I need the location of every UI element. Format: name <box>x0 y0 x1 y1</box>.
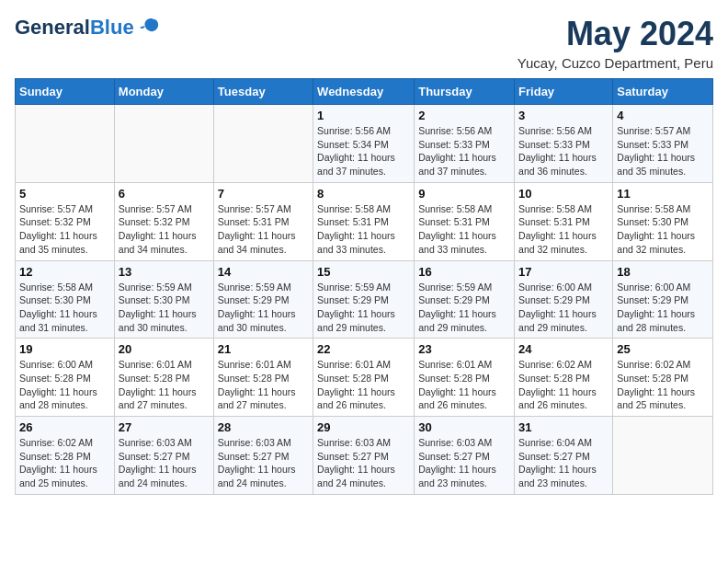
day-details: Sunrise: 5:58 AM Sunset: 5:31 PM Dayligh… <box>317 202 410 257</box>
day-number: 7 <box>218 187 309 201</box>
day-details: Sunrise: 5:57 AM Sunset: 5:31 PM Dayligh… <box>218 202 309 257</box>
day-details: Sunrise: 5:59 AM Sunset: 5:30 PM Dayligh… <box>119 281 210 335</box>
calendar-cell <box>16 105 115 183</box>
day-number: 1 <box>317 109 410 122</box>
page-header: GeneralBlue May 2024 Yucay, Cuzco Depart… <box>15 15 713 71</box>
calendar-header-row: SundayMondayTuesdayWednesdayThursdayFrid… <box>16 79 713 105</box>
calendar-cell: 11 Sunrise: 5:58 AM Sunset: 5:30 PM Dayl… <box>613 182 713 260</box>
header-saturday: Saturday <box>613 79 713 105</box>
day-details: Sunrise: 5:57 AM Sunset: 5:33 PM Dayligh… <box>617 124 709 178</box>
calendar-cell: 9 Sunrise: 5:58 AM Sunset: 5:31 PM Dayli… <box>415 182 515 260</box>
calendar-cell: 23 Sunrise: 6:01 AM Sunset: 5:28 PM Dayl… <box>415 339 515 417</box>
logo: GeneralBlue <box>15 15 164 40</box>
calendar-cell: 24 Sunrise: 6:02 AM Sunset: 5:28 PM Dayl… <box>515 339 613 417</box>
day-details: Sunrise: 5:58 AM Sunset: 5:31 PM Dayligh… <box>418 202 510 257</box>
calendar-cell: 7 Sunrise: 5:57 AM Sunset: 5:31 PM Dayli… <box>213 182 313 260</box>
calendar-cell: 1 Sunrise: 5:56 AM Sunset: 5:34 PM Dayli… <box>313 105 415 183</box>
calendar-cell <box>613 417 713 495</box>
calendar-cell: 28 Sunrise: 6:03 AM Sunset: 5:27 PM Dayl… <box>213 417 313 495</box>
day-details: Sunrise: 5:59 AM Sunset: 5:29 PM Dayligh… <box>218 281 309 335</box>
location-subtitle: Yucay, Cuzco Department, Peru <box>518 55 713 71</box>
calendar-cell: 15 Sunrise: 5:59 AM Sunset: 5:29 PM Dayl… <box>313 260 415 339</box>
week-row-1: 1 Sunrise: 5:56 AM Sunset: 5:34 PM Dayli… <box>16 105 713 183</box>
day-number: 26 <box>19 420 110 434</box>
month-title: May 2024 <box>518 15 713 53</box>
week-row-5: 26 Sunrise: 6:02 AM Sunset: 5:28 PM Dayl… <box>16 417 713 495</box>
calendar-cell: 27 Sunrise: 6:03 AM Sunset: 5:27 PM Dayl… <box>114 417 213 495</box>
day-details: Sunrise: 6:03 AM Sunset: 5:27 PM Dayligh… <box>418 436 510 490</box>
title-block: May 2024 Yucay, Cuzco Department, Peru <box>518 15 713 71</box>
calendar-cell: 18 Sunrise: 6:00 AM Sunset: 5:29 PM Dayl… <box>613 260 713 339</box>
calendar-cell: 13 Sunrise: 5:59 AM Sunset: 5:30 PM Dayl… <box>114 260 213 339</box>
day-details: Sunrise: 6:01 AM Sunset: 5:28 PM Dayligh… <box>418 358 510 412</box>
day-details: Sunrise: 6:00 AM Sunset: 5:29 PM Dayligh… <box>518 281 609 335</box>
day-number: 19 <box>19 342 110 356</box>
calendar-cell: 3 Sunrise: 5:56 AM Sunset: 5:33 PM Dayli… <box>515 105 613 183</box>
day-details: Sunrise: 5:58 AM Sunset: 5:30 PM Dayligh… <box>617 202 709 257</box>
day-details: Sunrise: 6:02 AM Sunset: 5:28 PM Dayligh… <box>617 358 709 412</box>
calendar-cell: 29 Sunrise: 6:03 AM Sunset: 5:27 PM Dayl… <box>313 417 415 495</box>
day-number: 15 <box>317 265 410 279</box>
header-monday: Monday <box>114 79 213 105</box>
day-number: 21 <box>218 342 309 356</box>
day-details: Sunrise: 6:01 AM Sunset: 5:28 PM Dayligh… <box>317 358 410 412</box>
day-number: 4 <box>617 109 709 122</box>
calendar-cell: 6 Sunrise: 5:57 AM Sunset: 5:32 PM Dayli… <box>114 182 213 260</box>
day-number: 8 <box>317 187 410 201</box>
calendar-cell: 12 Sunrise: 5:58 AM Sunset: 5:30 PM Dayl… <box>16 260 115 339</box>
day-number: 30 <box>418 420 510 434</box>
calendar-cell: 20 Sunrise: 6:01 AM Sunset: 5:28 PM Dayl… <box>114 339 213 417</box>
header-tuesday: Tuesday <box>213 79 313 105</box>
calendar-cell: 8 Sunrise: 5:58 AM Sunset: 5:31 PM Dayli… <box>313 182 415 260</box>
calendar-cell <box>213 105 313 183</box>
week-row-3: 12 Sunrise: 5:58 AM Sunset: 5:30 PM Dayl… <box>16 260 713 339</box>
calendar-cell: 30 Sunrise: 6:03 AM Sunset: 5:27 PM Dayl… <box>415 417 515 495</box>
day-details: Sunrise: 5:58 AM Sunset: 5:31 PM Dayligh… <box>518 202 609 257</box>
calendar-cell: 19 Sunrise: 6:00 AM Sunset: 5:28 PM Dayl… <box>16 339 115 417</box>
logo-blue: Blue <box>90 16 134 39</box>
header-wednesday: Wednesday <box>313 79 415 105</box>
logo-general: General <box>15 16 90 39</box>
day-number: 27 <box>119 420 210 434</box>
calendar-cell: 14 Sunrise: 5:59 AM Sunset: 5:29 PM Dayl… <box>213 260 313 339</box>
day-details: Sunrise: 5:56 AM Sunset: 5:34 PM Dayligh… <box>317 124 410 178</box>
day-number: 11 <box>617 187 709 201</box>
day-number: 6 <box>119 187 210 201</box>
calendar-cell <box>114 105 213 183</box>
day-details: Sunrise: 6:00 AM Sunset: 5:29 PM Dayligh… <box>617 281 709 335</box>
calendar-cell: 5 Sunrise: 5:57 AM Sunset: 5:32 PM Dayli… <box>16 182 115 260</box>
day-details: Sunrise: 5:57 AM Sunset: 5:32 PM Dayligh… <box>19 202 110 257</box>
logo-bird-icon <box>138 15 164 40</box>
day-details: Sunrise: 6:01 AM Sunset: 5:28 PM Dayligh… <box>218 358 309 412</box>
day-details: Sunrise: 6:02 AM Sunset: 5:28 PM Dayligh… <box>518 358 609 412</box>
day-number: 22 <box>317 342 410 356</box>
day-number: 5 <box>19 187 110 201</box>
day-number: 13 <box>119 265 210 279</box>
calendar-cell: 2 Sunrise: 5:56 AM Sunset: 5:33 PM Dayli… <box>415 105 515 183</box>
calendar-cell: 26 Sunrise: 6:02 AM Sunset: 5:28 PM Dayl… <box>16 417 115 495</box>
day-details: Sunrise: 5:56 AM Sunset: 5:33 PM Dayligh… <box>418 124 510 178</box>
calendar-cell: 4 Sunrise: 5:57 AM Sunset: 5:33 PM Dayli… <box>613 105 713 183</box>
calendar-cell: 21 Sunrise: 6:01 AM Sunset: 5:28 PM Dayl… <box>213 339 313 417</box>
day-number: 14 <box>218 265 309 279</box>
day-details: Sunrise: 6:03 AM Sunset: 5:27 PM Dayligh… <box>218 436 309 490</box>
header-friday: Friday <box>515 79 613 105</box>
day-details: Sunrise: 5:57 AM Sunset: 5:32 PM Dayligh… <box>119 202 210 257</box>
calendar-cell: 31 Sunrise: 6:04 AM Sunset: 5:27 PM Dayl… <box>515 417 613 495</box>
calendar-cell: 25 Sunrise: 6:02 AM Sunset: 5:28 PM Dayl… <box>613 339 713 417</box>
header-thursday: Thursday <box>415 79 515 105</box>
calendar-cell: 22 Sunrise: 6:01 AM Sunset: 5:28 PM Dayl… <box>313 339 415 417</box>
day-number: 29 <box>317 420 410 434</box>
day-details: Sunrise: 6:03 AM Sunset: 5:27 PM Dayligh… <box>317 436 410 490</box>
calendar-table: SundayMondayTuesdayWednesdayThursdayFrid… <box>15 78 713 495</box>
day-number: 2 <box>418 109 510 122</box>
day-details: Sunrise: 5:56 AM Sunset: 5:33 PM Dayligh… <box>518 124 609 178</box>
day-details: Sunrise: 5:59 AM Sunset: 5:29 PM Dayligh… <box>418 281 510 335</box>
header-sunday: Sunday <box>16 79 115 105</box>
day-details: Sunrise: 6:04 AM Sunset: 5:27 PM Dayligh… <box>518 436 609 490</box>
day-number: 3 <box>518 109 609 122</box>
day-number: 12 <box>19 265 110 279</box>
day-number: 20 <box>119 342 210 356</box>
day-number: 31 <box>518 420 609 434</box>
calendar-cell: 10 Sunrise: 5:58 AM Sunset: 5:31 PM Dayl… <box>515 182 613 260</box>
